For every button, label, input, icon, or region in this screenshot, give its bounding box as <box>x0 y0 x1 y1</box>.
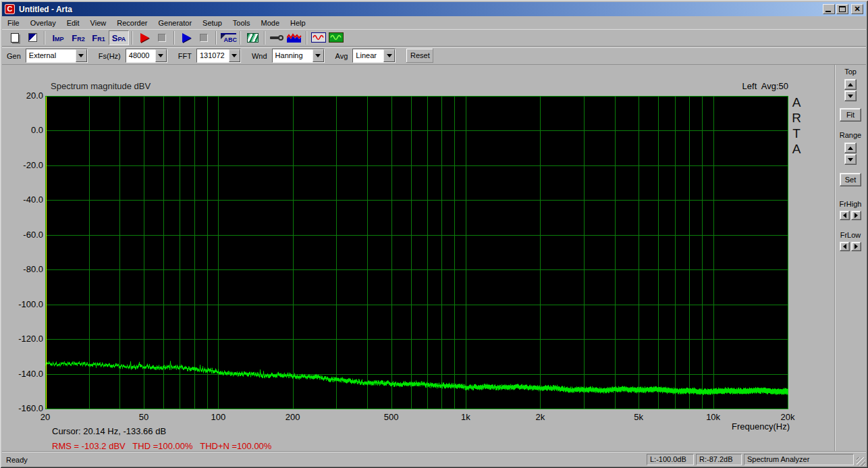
minimize-button[interactable] <box>823 4 835 14</box>
frlow-left-button[interactable] <box>840 242 850 251</box>
spectrum-scaling-button[interactable] <box>286 30 303 45</box>
close-button[interactable]: ✕ <box>851 4 863 14</box>
menu-item-edit[interactable]: Edit <box>61 18 85 28</box>
x-tick-label: 20k <box>767 412 808 422</box>
channel-average-label: Left Avg:50 <box>742 81 788 91</box>
spectrum-analyzer-live-button[interactable] <box>327 30 345 45</box>
frhigh-left-button[interactable] <box>840 211 850 220</box>
menu-item-tools[interactable]: Tools <box>227 18 256 28</box>
status-mode: Spectrum Analyzer <box>744 454 854 465</box>
generator-start-button[interactable] <box>178 30 195 45</box>
x-tick-label: 500 <box>371 412 412 422</box>
menu-item-overlay[interactable]: Overlay <box>25 18 61 28</box>
record-stop-button[interactable] <box>153 30 171 45</box>
top-up-button[interactable] <box>844 79 857 90</box>
menu-item-recorder[interactable]: Recorder <box>111 18 153 28</box>
top-down-button[interactable] <box>844 90 857 101</box>
reset-button[interactable]: Reset <box>406 49 433 63</box>
toolbar-separator <box>132 31 133 45</box>
x-tick-label: 20 <box>25 412 65 422</box>
maximize-button[interactable] <box>836 4 848 14</box>
chevron-down-icon[interactable] <box>229 49 240 62</box>
diagonal-stripes-icon <box>247 33 259 43</box>
overlay-button[interactable] <box>24 30 41 45</box>
frlow-label: FrLow <box>835 231 866 239</box>
chevron-down-icon[interactable] <box>155 49 167 62</box>
arta-letter: A <box>790 141 803 157</box>
avg-select[interactable]: Linear <box>352 49 396 63</box>
fr1-icon: FR1 <box>92 32 105 44</box>
toolbar-separator <box>44 31 45 45</box>
fr1-mode-button[interactable]: FR1 <box>88 30 109 45</box>
title-bar[interactable]: C Untitled - Arta ✕ <box>2 2 866 16</box>
wnd-label: Wnd <box>252 52 267 60</box>
x-tick-label: 100 <box>198 412 238 422</box>
menu-item-view[interactable]: View <box>85 18 112 28</box>
spectrum-wave-icon <box>287 33 302 43</box>
close-icon: ✕ <box>852 5 863 14</box>
fft-label: FFT <box>178 52 192 60</box>
y-tick-label: -140.0 <box>2 369 43 379</box>
arrow-right-icon <box>855 213 858 218</box>
y-tick-label: -60.0 <box>2 230 43 240</box>
menu-item-help[interactable]: Help <box>285 18 311 28</box>
gen-label: Gen <box>7 52 21 60</box>
toolbar-separator <box>173 31 175 45</box>
status-ready: Ready <box>6 456 28 464</box>
fr2-mode-button[interactable]: FR2 <box>68 30 88 45</box>
toolbar-separator <box>306 31 307 45</box>
menu-item-mode[interactable]: Mode <box>255 18 285 28</box>
menu-bar: File Overlay Edit View Recorder Generato… <box>2 17 866 28</box>
app-icon: C <box>5 4 15 14</box>
new-file-button[interactable] <box>6 30 24 45</box>
chevron-down-icon[interactable] <box>76 49 87 62</box>
fs-select-value: 48000 <box>126 49 155 62</box>
overlay-icon <box>28 33 37 42</box>
marker-labels-button[interactable]: ABC <box>219 30 237 45</box>
menu-item-generator[interactable]: Generator <box>153 18 198 28</box>
abc-marker-icon: ABC <box>219 32 237 43</box>
status-bar: Ready L:-100.0dB R:-87.2dB Spectrum Anal… <box>2 451 866 467</box>
set-button[interactable]: Set <box>840 173 861 186</box>
signal-generator-setup-button[interactable] <box>310 30 327 45</box>
toolbar-separator <box>240 31 241 45</box>
y-tick-label: -20.0 <box>2 160 43 170</box>
gen-select[interactable]: External <box>26 49 88 63</box>
range-up-button[interactable] <box>844 142 857 153</box>
record-play-icon <box>140 33 149 43</box>
wnd-select-value: Hanning <box>273 49 313 62</box>
x-tick-label: 1k <box>445 412 486 422</box>
new-file-icon <box>11 33 19 43</box>
y-tick-label: -40.0 <box>2 194 43 205</box>
chevron-down-icon[interactable] <box>383 49 395 62</box>
frhigh-label: FrHigh <box>835 200 866 208</box>
frlow-right-button[interactable] <box>851 242 861 251</box>
app-window: C Untitled - Arta ✕ File Overlay Edit Vi… <box>0 0 868 468</box>
generator-stop-button[interactable] <box>195 30 213 45</box>
plug-icon <box>269 34 284 41</box>
calibrate-button[interactable] <box>268 30 286 45</box>
fit-button[interactable]: Fit <box>840 108 861 122</box>
resize-grip[interactable] <box>857 457 865 466</box>
menu-item-setup[interactable]: Setup <box>197 18 227 28</box>
chevron-down-icon[interactable] <box>313 49 324 62</box>
frhigh-right-button[interactable] <box>851 211 861 220</box>
spa-mode-button[interactable]: SPA <box>109 30 129 45</box>
menu-item-file[interactable]: File <box>2 18 25 28</box>
status-left-level: L:-100.0dB <box>647 454 694 465</box>
toolbar-separator <box>264 31 265 45</box>
range-down-button[interactable] <box>844 154 857 165</box>
wnd-select[interactable]: Hanning <box>272 49 325 63</box>
fft-select[interactable]: 131072 <box>196 49 241 63</box>
arrow-left-icon <box>843 244 846 249</box>
imp-icon: IMP <box>52 32 63 44</box>
arrow-left-icon <box>843 213 846 218</box>
rms-thd-readout: RMS = -103.2 dBV THD =100.00% THD+N =100… <box>52 441 271 451</box>
spectrum-plot[interactable] <box>45 96 788 409</box>
record-start-button[interactable] <box>136 30 153 45</box>
time-bandwidth-button[interactable] <box>244 30 261 45</box>
impulse-mode-button[interactable]: IMP <box>48 30 68 45</box>
fs-select[interactable]: 48000 <box>126 49 167 63</box>
scale-panel: Top Fit Range Set FrHigh FrLow <box>834 65 866 451</box>
y-tick-label: 20.0 <box>2 90 43 101</box>
